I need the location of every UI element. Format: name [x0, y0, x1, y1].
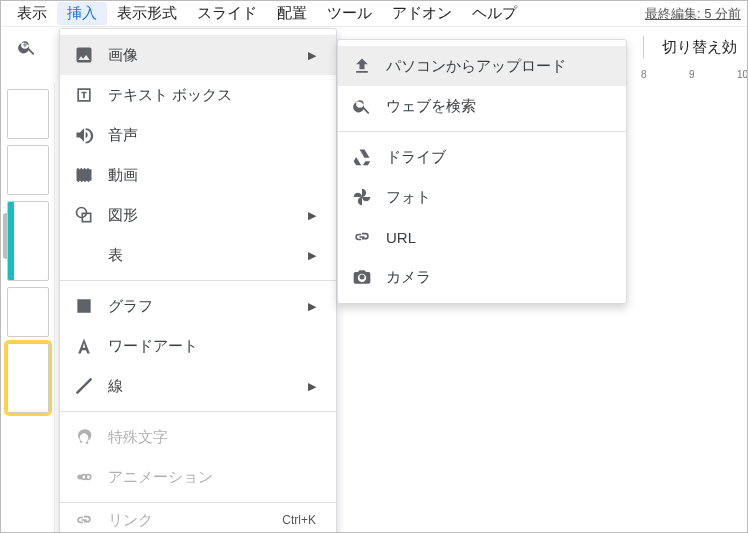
- last-edit-label[interactable]: 最終編集: 5 分前: [645, 5, 741, 23]
- from-camera[interactable]: カメラ: [338, 257, 626, 297]
- from-photos[interactable]: フォト: [338, 177, 626, 217]
- insert-link: リンク Ctrl+K: [60, 508, 336, 532]
- link-icon: [74, 510, 94, 530]
- menu-label: リンク: [108, 511, 153, 530]
- insert-textbox[interactable]: テキスト ボックス: [60, 75, 336, 115]
- slide-thumbnail[interactable]: [7, 145, 49, 195]
- slide-panel: [1, 83, 55, 532]
- insert-line[interactable]: 線 ▶: [60, 366, 336, 406]
- menu-label: テキスト ボックス: [108, 86, 232, 105]
- menu-addons[interactable]: アドオン: [382, 2, 462, 25]
- zoom-icon[interactable]: [17, 37, 37, 57]
- ruler-tick: 8: [641, 69, 647, 80]
- menu-label: 特殊文字: [108, 428, 168, 447]
- insert-animation: アニメーション: [60, 457, 336, 497]
- menu-separator: [60, 502, 336, 503]
- menu-label: カメラ: [386, 268, 431, 287]
- transition-button[interactable]: 切り替え効: [662, 38, 737, 57]
- from-drive[interactable]: ドライブ: [338, 137, 626, 177]
- by-url[interactable]: URL: [338, 217, 626, 257]
- slide-thumbnail[interactable]: [7, 343, 49, 413]
- insert-special-chars: 特殊文字: [60, 417, 336, 457]
- chevron-right-icon: ▶: [308, 209, 316, 222]
- svg-line-2: [77, 379, 90, 392]
- slide-thumbnail[interactable]: [7, 287, 49, 337]
- specialchar-icon: [74, 427, 94, 447]
- menu-label: 表: [108, 246, 123, 265]
- upload-icon: [352, 56, 372, 76]
- menubar: 表示 挿入 表示形式 スライド 配置 ツール アドオン ヘルプ 最終編集: 5 …: [1, 1, 747, 27]
- url-icon: [352, 227, 372, 247]
- chevron-right-icon: ▶: [308, 380, 316, 393]
- svg-point-5: [86, 475, 91, 480]
- menu-view[interactable]: 表示: [7, 2, 57, 25]
- animation-icon: [74, 467, 94, 487]
- shape-icon: [74, 205, 94, 225]
- image-icon: [74, 45, 94, 65]
- menu-label: ウェブを検索: [386, 97, 476, 116]
- chevron-right-icon: ▶: [308, 249, 316, 262]
- slide-thumbnail[interactable]: [7, 89, 49, 139]
- photos-icon: [352, 187, 372, 207]
- menu-insert[interactable]: 挿入: [57, 2, 107, 25]
- drive-icon: [352, 147, 372, 167]
- insert-menu: 画像 ▶ テキスト ボックス 音声 動画 図形 ▶ 表 ▶ グラフ ▶ ワードア…: [59, 28, 337, 533]
- toolbar-divider: [643, 36, 644, 58]
- insert-shape[interactable]: 図形 ▶: [60, 195, 336, 235]
- menu-format[interactable]: 表示形式: [107, 2, 187, 25]
- menu-slide[interactable]: スライド: [187, 2, 267, 25]
- camera-icon: [352, 267, 372, 287]
- video-icon: [74, 165, 94, 185]
- line-icon: [74, 376, 94, 396]
- menu-label: 線: [108, 377, 123, 396]
- insert-chart[interactable]: グラフ ▶: [60, 286, 336, 326]
- search-web[interactable]: ウェブを検索: [338, 86, 626, 126]
- chart-icon: [74, 296, 94, 316]
- menu-label: パソコンからアップロード: [386, 57, 566, 76]
- menu-label: 画像: [108, 46, 138, 65]
- slide-thumbnail[interactable]: [7, 201, 49, 281]
- menu-label: 図形: [108, 206, 138, 225]
- insert-video[interactable]: 動画: [60, 155, 336, 195]
- upload-from-computer[interactable]: パソコンからアップロード: [338, 46, 626, 86]
- menu-label: URL: [386, 229, 416, 246]
- menu-tools[interactable]: ツール: [317, 2, 382, 25]
- chevron-right-icon: ▶: [308, 300, 316, 313]
- textbox-icon: [74, 85, 94, 105]
- audio-icon: [74, 125, 94, 145]
- wordart-icon: [74, 336, 94, 356]
- menu-separator: [60, 280, 336, 281]
- chevron-right-icon: ▶: [308, 49, 316, 62]
- search-icon: [352, 96, 372, 116]
- menu-label: 音声: [108, 126, 138, 145]
- menu-label: 動画: [108, 166, 138, 185]
- shortcut-label: Ctrl+K: [282, 513, 316, 527]
- insert-image[interactable]: 画像 ▶: [60, 35, 336, 75]
- insert-table[interactable]: 表 ▶: [60, 235, 336, 275]
- ruler-tick: 9: [689, 69, 695, 80]
- menu-arrange[interactable]: 配置: [267, 2, 317, 25]
- ruler-tick: 10: [737, 69, 748, 80]
- menu-label: ワードアート: [108, 337, 198, 356]
- insert-audio[interactable]: 音声: [60, 115, 336, 155]
- menu-label: ドライブ: [386, 148, 446, 167]
- image-submenu: パソコンからアップロード ウェブを検索 ドライブ フォト URL カメラ: [337, 39, 627, 304]
- menu-label: フォト: [386, 188, 431, 207]
- menu-separator: [60, 411, 336, 412]
- menu-help[interactable]: ヘルプ: [462, 2, 527, 25]
- insert-wordart[interactable]: ワードアート: [60, 326, 336, 366]
- menu-label: アニメーション: [108, 468, 213, 487]
- menu-label: グラフ: [108, 297, 153, 316]
- menu-separator: [338, 131, 626, 132]
